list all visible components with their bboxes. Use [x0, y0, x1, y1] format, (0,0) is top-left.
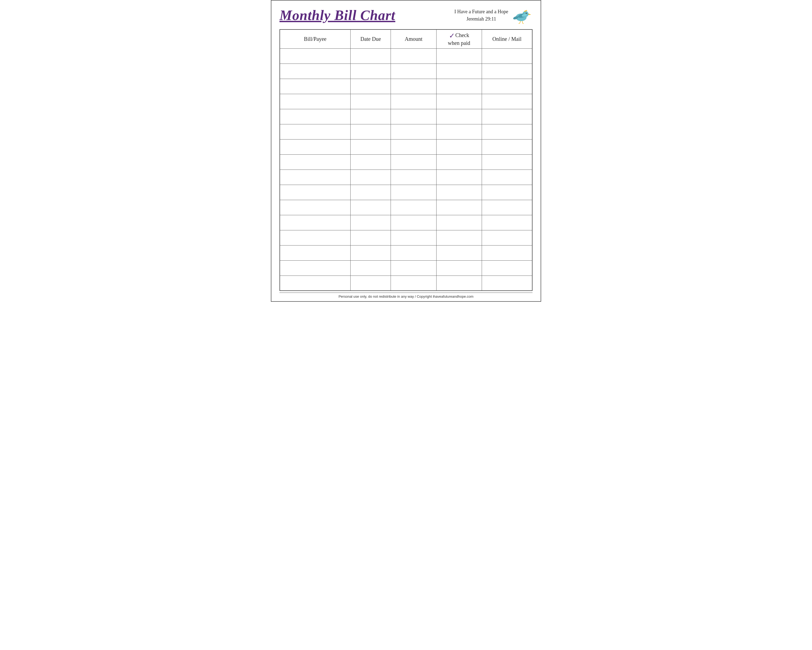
- table-cell: [436, 48, 482, 64]
- checkmark-icon: ✓: [449, 32, 455, 40]
- table-cell: [280, 215, 351, 230]
- col-header-check: ✓Checkwhen paid: [436, 29, 482, 48]
- table-cell: [436, 215, 482, 230]
- table-cell: [436, 124, 482, 139]
- table-cell: [391, 185, 436, 200]
- table-row: [280, 170, 532, 185]
- table-cell: [391, 64, 436, 79]
- table-cell: [280, 64, 351, 79]
- table-cell: [351, 109, 391, 124]
- col-header-online: Online / Mail: [482, 29, 532, 48]
- svg-line-11: [519, 21, 520, 23]
- table-cell: [280, 170, 351, 185]
- table-cell: [436, 109, 482, 124]
- table-cell: [280, 94, 351, 109]
- table-cell: [351, 245, 391, 260]
- table-row: [280, 109, 532, 124]
- table-cell: [351, 64, 391, 79]
- tagline-line2: Jeremiah 29:11: [467, 16, 496, 21]
- table-row: [280, 245, 532, 260]
- table-cell: [351, 170, 391, 185]
- table-cell: [482, 200, 532, 215]
- table-cell: [280, 230, 351, 245]
- table-cell: [351, 139, 391, 154]
- footer: Personal use only, do not redistribute i…: [279, 292, 533, 298]
- table-cell: [391, 48, 436, 64]
- table-cell: [436, 260, 482, 275]
- table-cell: [280, 48, 351, 64]
- table-cell: [280, 260, 351, 275]
- table-cell: [391, 139, 436, 154]
- table-cell: [351, 200, 391, 215]
- table-cell: [351, 215, 391, 230]
- table-row: [280, 215, 532, 230]
- table-row: [280, 79, 532, 94]
- table-cell: [436, 154, 482, 170]
- table-cell: [280, 200, 351, 215]
- table-header-row: Bill/Payee Date Due Amount ✓Checkwhen pa…: [280, 29, 532, 48]
- table-cell: [436, 94, 482, 109]
- table-cell: [351, 275, 391, 291]
- page-container: Monthly Bill Chart I Have a Future and a…: [271, 0, 541, 302]
- table-row: [280, 185, 532, 200]
- svg-line-12: [522, 21, 523, 23]
- table-cell: [482, 154, 532, 170]
- tagline-text: I Have a Future and a Hope Jeremiah 29:1…: [454, 8, 508, 23]
- table-cell: [482, 124, 532, 139]
- table-cell: [351, 79, 391, 94]
- svg-point-10: [526, 10, 527, 11]
- table-cell: [391, 124, 436, 139]
- table-cell: [280, 79, 351, 94]
- table-cell: [482, 48, 532, 64]
- table-cell: [482, 245, 532, 260]
- table-cell: [391, 215, 436, 230]
- table-cell: [482, 64, 532, 79]
- table-cell: [436, 185, 482, 200]
- table-row: [280, 64, 532, 79]
- table-cell: [436, 139, 482, 154]
- table-cell: [436, 245, 482, 260]
- table-cell: [436, 79, 482, 94]
- table-cell: [280, 275, 351, 291]
- table-cell: [482, 109, 532, 124]
- table-cell: [482, 94, 532, 109]
- col-header-date: Date Due: [351, 29, 391, 48]
- page-title: Monthly Bill Chart: [279, 8, 454, 23]
- table-cell: [391, 245, 436, 260]
- table-cell: [351, 154, 391, 170]
- table-cell: [280, 139, 351, 154]
- table-cell: [280, 109, 351, 124]
- table-cell: [391, 154, 436, 170]
- table-cell: [391, 170, 436, 185]
- table-cell: [351, 48, 391, 64]
- table-cell: [280, 124, 351, 139]
- bird-icon: [511, 6, 533, 25]
- table-cell: [436, 200, 482, 215]
- table-row: [280, 124, 532, 139]
- table-cell: [436, 64, 482, 79]
- table-cell: [391, 109, 436, 124]
- title-block: Monthly Bill Chart: [279, 8, 454, 23]
- table-cell: [351, 94, 391, 109]
- table-row: [280, 260, 532, 275]
- table-cell: [436, 275, 482, 291]
- tagline-line1: I Have a Future and a Hope: [454, 9, 508, 14]
- bird-illustration: [511, 6, 533, 25]
- table-cell: [482, 185, 532, 200]
- table-cell: [391, 275, 436, 291]
- table-cell: [391, 79, 436, 94]
- table-body: [280, 48, 532, 291]
- footer-text: Personal use only, do not redistribute i…: [339, 294, 473, 298]
- table-row: [280, 200, 532, 215]
- table-cell: [482, 139, 532, 154]
- col-header-payee: Bill/Payee: [280, 29, 351, 48]
- table-cell: [280, 185, 351, 200]
- table-cell: [280, 245, 351, 260]
- table-cell: [482, 170, 532, 185]
- table-row: [280, 275, 532, 291]
- col-header-amount: Amount: [391, 29, 436, 48]
- tagline-block: I Have a Future and a Hope Jeremiah 29:1…: [454, 6, 533, 25]
- table-cell: [391, 230, 436, 245]
- table-cell: [351, 260, 391, 275]
- table-cell: [436, 170, 482, 185]
